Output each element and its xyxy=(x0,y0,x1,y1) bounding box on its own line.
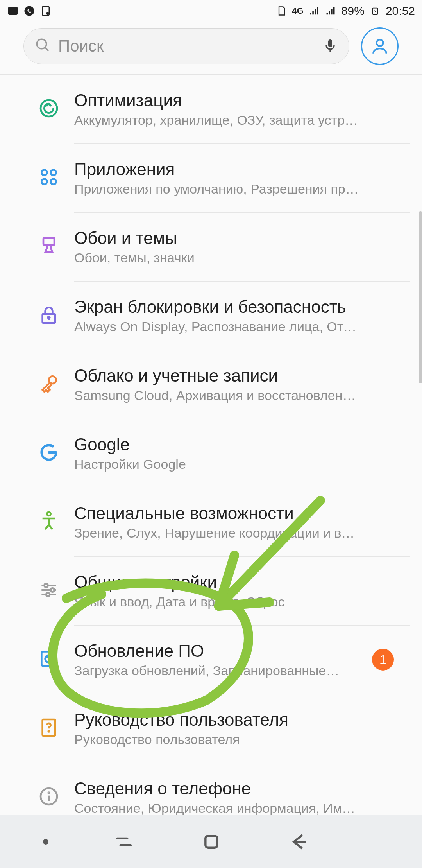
svg-line-6 xyxy=(45,47,48,51)
svg-rect-7 xyxy=(328,39,332,47)
svg-rect-15 xyxy=(43,238,54,245)
help-book-icon xyxy=(38,717,60,740)
svg-point-20 xyxy=(47,512,50,516)
svg-rect-33 xyxy=(206,836,217,847)
brush-icon xyxy=(38,235,60,258)
settings-item-software-update[interactable]: Обновление ПО Загрузка обновлений, Запла… xyxy=(0,625,422,694)
svg-point-13 xyxy=(41,179,47,185)
sim-icon xyxy=(40,5,52,17)
svg-point-32 xyxy=(48,793,49,793)
svg-point-12 xyxy=(51,170,56,175)
profile-button[interactable] xyxy=(361,27,399,65)
network-type: 4G xyxy=(292,6,304,16)
status-left xyxy=(7,5,52,17)
signal-2-icon xyxy=(325,5,336,17)
nav-dot-icon xyxy=(43,839,48,845)
sd-card-icon xyxy=(276,5,288,17)
nav-home-button[interactable] xyxy=(200,830,223,854)
svg-point-5 xyxy=(37,39,46,49)
svg-point-19 xyxy=(49,376,56,384)
item-subtitle: Обои, темы, значки xyxy=(74,250,359,265)
item-title: Руководство пользователя xyxy=(74,710,359,730)
navigation-bar xyxy=(0,815,422,868)
item-title: Google xyxy=(74,435,359,454)
battery-charging-icon xyxy=(369,5,381,17)
settings-item-general[interactable]: Общие настройки Язык и ввод, Дата и врем… xyxy=(0,556,422,625)
svg-point-1 xyxy=(25,6,34,16)
nav-back-button[interactable] xyxy=(287,830,311,854)
settings-item-lockscreen[interactable]: Экран блокировки и безопасность Always O… xyxy=(0,281,422,350)
item-title: Приложения xyxy=(74,160,359,179)
item-subtitle: Язык и ввод, Дата и время, Сброс xyxy=(74,594,359,610)
mic-icon[interactable] xyxy=(322,38,338,55)
item-title: Обновление ПО xyxy=(74,641,359,661)
key-icon xyxy=(38,373,60,396)
svg-point-22 xyxy=(44,584,48,587)
search-icon xyxy=(35,37,51,55)
svg-point-24 xyxy=(51,588,54,592)
item-subtitle: Настройки Google xyxy=(74,457,359,472)
info-circle-icon xyxy=(38,786,60,809)
item-title: Экран блокировки и безопасность xyxy=(74,297,359,317)
update-box-icon xyxy=(38,648,60,671)
settings-item-google[interactable]: Google Настройки Google xyxy=(0,419,422,488)
update-badge: 1 xyxy=(372,649,394,671)
item-subtitle: Аккумулятор, хранилище, ОЗУ, защита устр… xyxy=(74,113,359,128)
svg-point-10 xyxy=(41,100,57,117)
svg-point-14 xyxy=(51,179,56,185)
item-title: Общие настройки xyxy=(74,572,359,592)
signal-1-icon xyxy=(308,5,320,17)
item-subtitle: Состояние, Юридическая информация, Имя у… xyxy=(74,801,359,816)
settings-list: Оптимизация Аккумулятор, хранилище, ОЗУ,… xyxy=(0,75,422,832)
item-subtitle: Руководство пользователя xyxy=(74,732,359,747)
item-title: Сведения о телефоне xyxy=(74,779,359,798)
item-title: Обои и темы xyxy=(74,228,359,248)
svg-rect-27 xyxy=(41,651,56,666)
svg-rect-0 xyxy=(8,7,18,15)
clock: 20:52 xyxy=(386,4,415,18)
settings-header: Поиск xyxy=(0,22,422,75)
svg-point-11 xyxy=(41,170,47,175)
wifi-calling-icon xyxy=(7,5,19,17)
svg-point-9 xyxy=(377,39,383,46)
nav-recents-button[interactable] xyxy=(112,830,136,854)
call-icon xyxy=(23,5,35,17)
item-subtitle: Загрузка обновлений, Запланированные… xyxy=(74,663,359,678)
status-right: 4G 89% 20:52 xyxy=(276,4,415,18)
battery-percent: 89% xyxy=(341,4,365,18)
status-bar: 4G 89% 20:52 xyxy=(0,0,422,22)
settings-item-apps[interactable]: Приложения Приложения по умолчанию, Разр… xyxy=(0,143,422,212)
person-icon xyxy=(38,510,60,534)
item-subtitle: Приложения по умолчанию, Разрешения прил… xyxy=(74,181,359,197)
svg-point-17 xyxy=(48,317,50,319)
svg-point-29 xyxy=(48,731,49,732)
scrollbar[interactable] xyxy=(419,211,422,383)
settings-item-accessibility[interactable]: Специальные возможности Зрение, Слух, На… xyxy=(0,488,422,556)
sliders-icon xyxy=(38,579,60,603)
settings-item-user-manual[interactable]: Руководство пользователя Руководство пол… xyxy=(0,694,422,763)
google-g-icon xyxy=(38,441,60,465)
svg-point-3 xyxy=(47,13,49,14)
item-title: Оптимизация xyxy=(74,91,359,110)
apps-grid-icon xyxy=(38,166,60,190)
search-placeholder: Поиск xyxy=(58,37,315,56)
settings-item-optimization[interactable]: Оптимизация Аккумулятор, хранилище, ОЗУ,… xyxy=(0,75,422,143)
settings-item-cloud-accounts[interactable]: Облако и учетные записи Samsung Cloud, А… xyxy=(0,350,422,419)
item-subtitle: Зрение, Слух, Нарушение координации и вз… xyxy=(74,525,359,541)
lock-icon xyxy=(38,304,60,327)
svg-point-26 xyxy=(46,593,50,596)
search-input[interactable]: Поиск xyxy=(23,28,349,64)
item-title: Облако и учетные записи xyxy=(74,366,359,386)
item-subtitle: Samsung Cloud, Архивация и восстановлени… xyxy=(74,388,359,403)
settings-item-wallpapers[interactable]: Обои и темы Обои, темы, значки xyxy=(0,212,422,281)
refresh-circle-icon xyxy=(38,97,60,121)
item-title: Специальные возможности xyxy=(74,504,359,523)
item-subtitle: Always On Display, Распознавание лица, О… xyxy=(74,319,359,334)
